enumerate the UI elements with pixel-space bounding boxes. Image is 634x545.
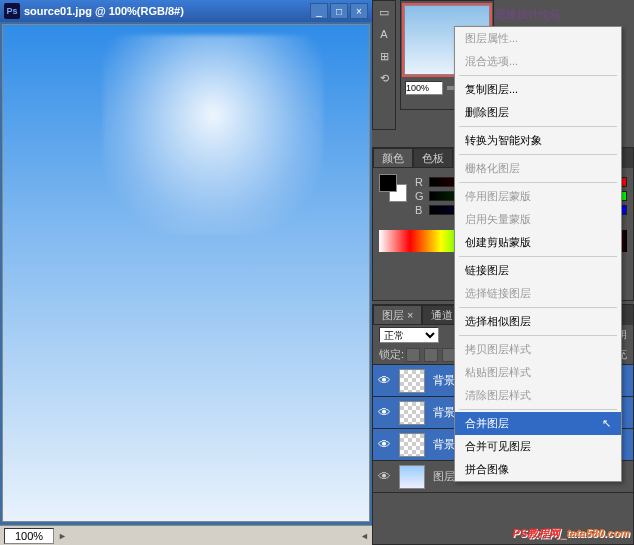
minimize-button[interactable]: _ (310, 3, 328, 19)
menu-select-similar[interactable]: 选择相似图层 (455, 310, 621, 333)
menu-paste-layer-style[interactable]: 粘贴图层样式 (455, 361, 621, 384)
document-titlebar[interactable]: Ps source01.jpg @ 100%(RGB/8#) _ □ × (0, 0, 372, 22)
ps-icon: Ps (4, 3, 20, 19)
maximize-button[interactable]: □ (330, 3, 348, 19)
fg-color-swatch[interactable] (379, 174, 397, 192)
document-title: source01.jpg @ 100%(RGB/8#) (24, 5, 310, 17)
watermark-site: PS教程网_tata580.com (513, 523, 630, 541)
paragraph-icon[interactable]: ⊞ (373, 45, 395, 67)
navigator-zoom-input[interactable] (405, 81, 443, 95)
visibility-icon[interactable]: 👁 (373, 373, 395, 388)
b-label: B (415, 204, 429, 216)
visibility-icon[interactable]: 👁 (373, 469, 395, 484)
layer-thumbnail[interactable] (399, 433, 425, 457)
lock-pixels-icon[interactable] (424, 348, 438, 362)
type-tool-icon[interactable]: A (373, 23, 395, 45)
menu-layer-properties[interactable]: 图层属性... (455, 27, 621, 50)
close-button[interactable]: × (350, 3, 368, 19)
tab-swatches[interactable]: 色板 (413, 148, 453, 168)
visibility-icon[interactable]: 👁 (373, 405, 395, 420)
tab-color[interactable]: 颜色 (373, 148, 413, 168)
menu-copy-layer-style[interactable]: 拷贝图层样式 (455, 338, 621, 361)
status-bar: ► ◄ (0, 525, 372, 545)
layer-thumbnail[interactable] (399, 369, 425, 393)
menu-enable-vector-mask[interactable]: 启用矢量蒙版 (455, 208, 621, 231)
menu-separator (459, 335, 617, 336)
r-label: R (415, 176, 429, 188)
menu-merge-layers[interactable]: 合并图层↖ (455, 412, 621, 435)
menu-separator (459, 307, 617, 308)
menu-separator (459, 75, 617, 76)
menu-merge-visible[interactable]: 合并可见图层 (455, 435, 621, 458)
menu-separator (459, 409, 617, 410)
arrow-right-icon[interactable]: ► (58, 531, 70, 541)
history-icon[interactable]: ⟲ (373, 67, 395, 89)
menu-flatten-image[interactable]: 拼合图像 (455, 458, 621, 481)
menu-separator (459, 256, 617, 257)
canvas[interactable] (2, 24, 370, 522)
visibility-icon[interactable]: 👁 (373, 437, 395, 452)
layer-thumbnail[interactable] (399, 465, 425, 489)
menu-convert-smart-object[interactable]: 转换为智能对象 (455, 129, 621, 152)
lock-transparency-icon[interactable] (406, 348, 420, 362)
menu-blending-options[interactable]: 混合选项... (455, 50, 621, 73)
tool-options-strip: ▭ A ⊞ ⟲ (372, 0, 396, 130)
document-window: Ps source01.jpg @ 100%(RGB/8#) _ □ × ► ◄ (0, 0, 372, 545)
menu-separator (459, 126, 617, 127)
image-content (103, 35, 323, 235)
menu-separator (459, 154, 617, 155)
tab-layers[interactable]: 图层 × (373, 305, 422, 325)
fg-bg-swatch[interactable] (379, 174, 407, 202)
cursor-icon: ↖ (602, 417, 611, 430)
menu-create-clipping-mask[interactable]: 创建剪贴蒙版 (455, 231, 621, 254)
menu-select-linked[interactable]: 选择链接图层 (455, 282, 621, 305)
menu-duplicate-layer[interactable]: 复制图层... (455, 78, 621, 101)
g-label: G (415, 190, 429, 202)
layer-context-menu: 图层属性... 混合选项... 复制图层... 删除图层 转换为智能对象 栅格化… (454, 26, 622, 482)
menu-rasterize-layer[interactable]: 栅格化图层 (455, 157, 621, 180)
tool-icon[interactable]: ▭ (373, 1, 395, 23)
menu-delete-layer[interactable]: 删除图层 (455, 101, 621, 124)
blend-mode-select[interactable]: 正常 (379, 327, 439, 343)
menu-link-layers[interactable]: 链接图层 (455, 259, 621, 282)
menu-disable-layer-mask[interactable]: 停用图层蒙版 (455, 185, 621, 208)
menu-clear-layer-style[interactable]: 清除图层样式 (455, 384, 621, 407)
menu-separator (459, 182, 617, 183)
zoom-input[interactable] (4, 528, 54, 544)
scroll-left-icon[interactable]: ◄ (360, 531, 372, 541)
layer-thumbnail[interactable] (399, 401, 425, 425)
